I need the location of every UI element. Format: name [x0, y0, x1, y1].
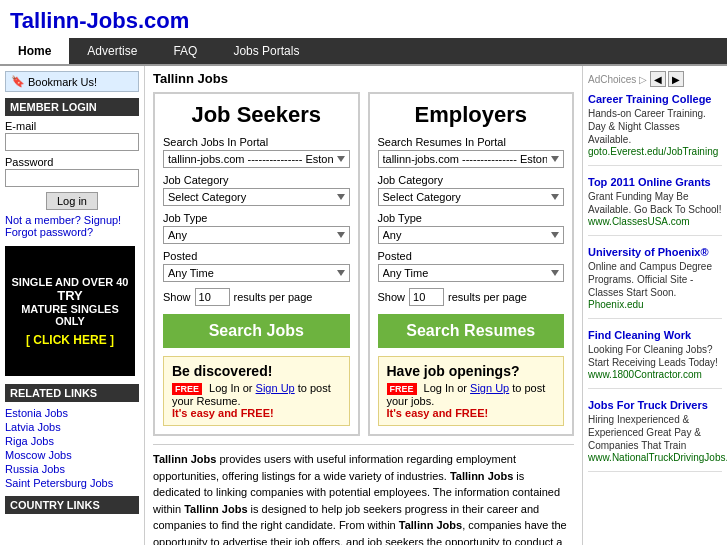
emp-type-select[interactable]: Any: [378, 226, 565, 244]
password-input[interactable]: [5, 169, 139, 187]
job-posted-select[interactable]: Any Time: [163, 264, 350, 282]
right-ad-1: Top 2011 Online Grants Grant Funding May…: [588, 176, 722, 236]
right-sidebar: AdChoices ▷ ◀ ▶ Career Training College …: [582, 66, 727, 545]
ad-line3: MATURE SINGLES ONLY: [5, 303, 135, 327]
related-links-header: RELATED LINKS: [5, 384, 139, 402]
emp-category-field: Job Category Select Category: [378, 174, 565, 206]
job-seekers-box: Job Seekers Search Jobs In Portal tallin…: [153, 92, 360, 436]
job-signup-link[interactable]: Sign Up: [256, 382, 295, 394]
job-type-label: Job Type: [163, 212, 350, 224]
right-ad-0-link: goto.Everest.edu/JobTraining: [588, 146, 722, 157]
ad-banner[interactable]: SINGLE AND OVER 40 TRY MATURE SINGLES ON…: [5, 246, 135, 376]
emp-results-input[interactable]: [409, 288, 444, 306]
link-moscow-jobs[interactable]: Moscow Jobs: [5, 448, 139, 462]
description-text: Tallinn Jobs provides users with useful …: [153, 444, 574, 545]
right-ad-2-link: Phoenix.edu: [588, 299, 722, 310]
right-ad-3-title[interactable]: Find Cleaning Work: [588, 329, 722, 341]
email-input[interactable]: [5, 133, 139, 151]
country-links-header: COUNTRY LINKS: [5, 496, 139, 514]
emp-per-page-label: results per page: [448, 291, 527, 303]
search-jobs-portal-label: Search Jobs In Portal: [163, 136, 350, 148]
right-ad-2-title[interactable]: University of Phoenix®: [588, 246, 722, 258]
job-type-select[interactable]: Any: [163, 226, 350, 244]
ad-choices-label: AdChoices: [588, 74, 636, 85]
emp-category-label: Job Category: [378, 174, 565, 186]
ad-nav-prev[interactable]: ◀: [650, 71, 666, 87]
search-jobs-button[interactable]: Search Jobs: [163, 314, 350, 348]
bookmark-label: Bookmark Us!: [28, 76, 97, 88]
link-russia-jobs[interactable]: Russia Jobs: [5, 462, 139, 476]
job-results-input[interactable]: [195, 288, 230, 306]
ad-click-here[interactable]: [ CLICK HERE ]: [26, 333, 114, 347]
job-discover-free: It's easy and FREE!: [172, 407, 274, 419]
link-latvia-jobs[interactable]: Latvia Jobs: [5, 420, 139, 434]
emp-discover-box: Have job openings? FREE Log In or Sign U…: [378, 356, 565, 426]
job-discover-text1: Log In or: [209, 382, 252, 394]
employers-box: Employers Search Resumes In Portal talli…: [368, 92, 575, 436]
right-ad-0-title[interactable]: Career Training College: [588, 93, 722, 105]
bookmark-icon: 🔖: [11, 75, 25, 88]
password-group: Password: [5, 156, 139, 187]
member-login-section: MEMBER LOGIN E-mail Password Log in Not …: [5, 98, 139, 238]
right-ad-3-desc: Looking For Cleaning Jobs? Start Receivi…: [588, 343, 722, 369]
forgot-password-link[interactable]: Forgot password?: [5, 226, 139, 238]
emp-category-select[interactable]: Select Category: [378, 188, 565, 206]
job-posted-label: Posted: [163, 250, 350, 262]
search-resumes-portal-label: Search Resumes In Portal: [378, 136, 565, 148]
job-seekers-title: Job Seekers: [163, 102, 350, 128]
right-ad-2-desc: Online and Campus Degree Programs. Offic…: [588, 260, 722, 299]
desc-tallinn-jobs-1: Tallinn Jobs: [153, 453, 216, 465]
right-ad-0-desc: Hands-on Career Training. Day & Night Cl…: [588, 107, 722, 146]
job-category-select[interactable]: Select Category: [163, 188, 350, 206]
search-resumes-portal-select[interactable]: tallinn-jobs.com --------------- Estonia: [378, 150, 565, 168]
emp-discover-free: It's easy and FREE!: [387, 407, 489, 419]
search-resumes-button[interactable]: Search Resumes: [378, 314, 565, 348]
emp-type-field: Job Type Any: [378, 212, 565, 244]
right-ad-4-link: www.NationalTruckDrivingJobs...: [588, 452, 722, 463]
emp-posted-label: Posted: [378, 250, 565, 262]
nav-faq[interactable]: FAQ: [155, 38, 215, 64]
free-badge-jobs: FREE: [172, 383, 202, 395]
ad-choices-bar: AdChoices ▷ ◀ ▶: [588, 71, 722, 87]
emp-discover-text: FREE Log In or Sign Up to post your jobs…: [387, 382, 556, 419]
job-per-page-label: results per page: [234, 291, 313, 303]
site-title[interactable]: Tallinn-Jobs.com: [0, 0, 727, 38]
right-ad-4-title[interactable]: Jobs For Truck Drivers: [588, 399, 722, 411]
desc-tallinn-jobs-4: Tallinn Jobs: [399, 519, 462, 531]
search-jobs-portal-select[interactable]: tallinn-jobs.com --------------- Estonia: [163, 150, 350, 168]
sidebar-auth-links: Not a member? Signup! Forgot password?: [5, 214, 139, 238]
right-ad-4: Jobs For Truck Drivers Hiring Inexperien…: [588, 399, 722, 472]
right-ad-3-link: www.1800Contractor.com: [588, 369, 722, 380]
desc-tallinn-jobs-2: Tallinn Jobs: [450, 470, 513, 482]
ad-choices-icon: ▷: [639, 74, 647, 85]
not-member-link[interactable]: Not a member? Signup!: [5, 214, 139, 226]
job-category-label: Job Category: [163, 174, 350, 186]
emp-results-row: Show results per page: [378, 288, 565, 306]
job-posted-field: Posted Any Time: [163, 250, 350, 282]
related-links-section: RELATED LINKS Estonia Jobs Latvia Jobs R…: [5, 384, 139, 490]
right-ad-1-desc: Grant Funding May Be Available. Go Back …: [588, 190, 722, 216]
nav-advertise[interactable]: Advertise: [69, 38, 155, 64]
link-stpetersburg-jobs[interactable]: Saint Petersburg Jobs: [5, 476, 139, 490]
right-ad-0: Career Training College Hands-on Career …: [588, 93, 722, 166]
right-ad-1-title[interactable]: Top 2011 Online Grants: [588, 176, 722, 188]
email-group: E-mail: [5, 120, 139, 151]
login-button[interactable]: Log in: [46, 192, 98, 210]
ad-nav-next[interactable]: ▶: [668, 71, 684, 87]
emp-posted-select[interactable]: Any Time: [378, 264, 565, 282]
link-riga-jobs[interactable]: Riga Jobs: [5, 434, 139, 448]
center-content: Tallinn Jobs Job Seekers Search Jobs In …: [145, 66, 582, 545]
free-badge-emp: FREE: [387, 383, 417, 395]
right-ad-4-desc: Hiring Inexperienced & Experienced Great…: [588, 413, 722, 452]
right-ad-3: Find Cleaning Work Looking For Cleaning …: [588, 329, 722, 389]
job-show-label: Show: [163, 291, 191, 303]
emp-discover-text1: Log In or: [424, 382, 467, 394]
job-discover-box: Be discovered! FREE Log In or Sign Up to…: [163, 356, 350, 426]
bookmark-bar[interactable]: 🔖 Bookmark Us!: [5, 71, 139, 92]
job-results-row: Show results per page: [163, 288, 350, 306]
link-estonia-jobs[interactable]: Estonia Jobs: [5, 406, 139, 420]
desc-tallinn-jobs-3: Tallinn Jobs: [184, 503, 247, 515]
nav-home[interactable]: Home: [0, 38, 69, 64]
emp-signup-link[interactable]: Sign Up: [470, 382, 509, 394]
nav-jobs-portals[interactable]: Jobs Portals: [215, 38, 317, 64]
